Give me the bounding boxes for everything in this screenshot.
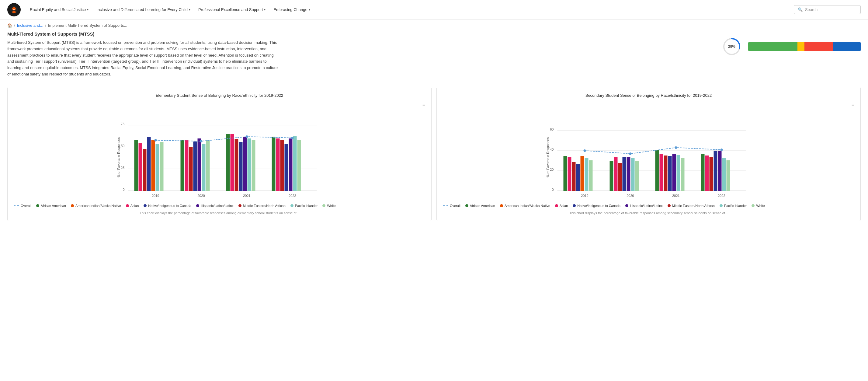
svg-rect-19 <box>134 140 138 191</box>
svg-rect-84 <box>673 154 676 191</box>
chevron-down-icon: ▾ <box>264 8 266 11</box>
svg-rect-46 <box>298 140 301 191</box>
svg-point-48 <box>200 140 203 142</box>
svg-rect-35 <box>235 139 239 191</box>
breadcrumb-home[interactable]: 🏠 <box>7 23 12 28</box>
legend-native-indigenous: Native/Indigenous to Canada <box>144 204 191 208</box>
svg-rect-34 <box>230 134 234 191</box>
svg-rect-74 <box>614 157 618 191</box>
chart2-title: Secondary Student Sense of Belonging by … <box>443 93 854 98</box>
nav-items: Racial Equity and Social Justice ▾ Inclu… <box>27 5 794 14</box>
legend-dot-icon <box>573 204 576 207</box>
svg-rect-91 <box>718 151 722 191</box>
legend-dot-icon <box>751 204 754 207</box>
legend-line-icon <box>443 205 448 206</box>
svg-rect-37 <box>243 137 247 191</box>
description-column: Multi-Tiered System of Supports (MTSS) M… <box>7 31 710 78</box>
svg-rect-70 <box>581 156 584 191</box>
svg-rect-32 <box>206 140 210 191</box>
breadcrumb-sep2: / <box>45 23 46 28</box>
svg-rect-67 <box>568 157 571 191</box>
legend-dot-icon <box>668 204 671 207</box>
breadcrumb-sep: / <box>14 23 15 28</box>
breadcrumb: 🏠 / Inclusive and... / Implement Multi-T… <box>0 20 868 31</box>
svg-rect-23 <box>151 140 155 191</box>
legend-dot-icon <box>36 204 39 207</box>
nav-item-racial-equity[interactable]: Racial Equity and Social Justice ▾ <box>27 5 92 14</box>
progress-bar <box>748 42 861 51</box>
legend-line-icon <box>14 205 19 206</box>
search-icon: 🔍 <box>798 7 803 12</box>
svg-rect-26 <box>181 140 184 191</box>
svg-rect-80 <box>655 150 659 191</box>
legend-dot-icon <box>720 204 723 207</box>
progress-column: 29% <box>723 31 861 56</box>
nav-item-professional[interactable]: Professional Excellence and Support ▾ <box>195 5 269 14</box>
progress-segment-red <box>804 42 833 51</box>
legend-asian: Asian <box>126 204 139 208</box>
navbar: Racial Equity and Social Justice ▾ Inclu… <box>0 0 868 20</box>
svg-text:0: 0 <box>123 188 124 192</box>
legend-overall: Overall <box>14 204 31 208</box>
chart-elementary: Elementary Student Sense of Belonging by… <box>7 87 432 221</box>
svg-rect-90 <box>714 151 717 191</box>
chevron-down-icon: ▾ <box>189 8 190 11</box>
svg-point-96 <box>675 146 677 149</box>
logo[interactable] <box>7 3 21 17</box>
svg-point-97 <box>720 148 723 151</box>
legend-asian: Asian <box>555 204 568 208</box>
svg-text:2022: 2022 <box>718 194 725 198</box>
nav-item-embracing[interactable]: Embracing Change ▾ <box>270 5 313 14</box>
chart2-menu[interactable]: ≡ <box>851 102 854 108</box>
svg-rect-38 <box>248 139 251 191</box>
search-box[interactable]: 🔍 Search <box>794 5 861 14</box>
chart1-menu[interactable]: ≡ <box>423 102 425 108</box>
svg-rect-71 <box>585 158 589 191</box>
svg-rect-31 <box>202 144 206 191</box>
page-description: Multi-tiered System of Support (MTSS) is… <box>7 39 281 78</box>
charts-row: Elementary Student Sense of Belonging by… <box>7 87 861 221</box>
chart1-note: This chart displays the percentage of fa… <box>14 211 425 215</box>
svg-rect-73 <box>610 161 614 191</box>
svg-rect-66 <box>564 156 567 191</box>
legend-dot-icon <box>144 204 147 207</box>
legend-dot-icon <box>465 204 468 207</box>
chart1-svg-wrap: 0 25 50 75 % of Favorable Responses <box>14 102 425 201</box>
nav-item-inclusive[interactable]: Inclusive and Differentiated Learning fo… <box>93 5 193 14</box>
legend-dot-icon <box>239 204 242 207</box>
svg-rect-68 <box>572 162 576 191</box>
svg-rect-44 <box>289 139 292 191</box>
svg-text:2021: 2021 <box>243 194 250 198</box>
progress-segment-blue <box>833 42 861 51</box>
legend-dot-icon <box>555 204 558 207</box>
content-row: Multi-Tiered System of Supports (MTSS) M… <box>7 31 861 78</box>
chevron-down-icon: ▾ <box>309 8 310 11</box>
breadcrumb-current: Implement Multi-Tiered System of Support… <box>48 23 127 28</box>
legend-white: White <box>322 204 336 208</box>
svg-rect-42 <box>280 140 284 191</box>
svg-rect-72 <box>589 160 593 191</box>
legend-white: White <box>751 204 765 208</box>
svg-rect-75 <box>618 163 622 191</box>
svg-point-94 <box>584 149 586 152</box>
legend-american-indian: American Indian/Alaska Native <box>71 204 121 208</box>
svg-rect-25 <box>160 142 164 191</box>
svg-rect-82 <box>664 155 668 191</box>
svg-point-95 <box>629 152 632 155</box>
svg-rect-79 <box>636 161 639 191</box>
svg-rect-83 <box>668 156 672 191</box>
svg-rect-28 <box>189 147 193 191</box>
breadcrumb-link[interactable]: Inclusive and... <box>17 23 43 28</box>
legend-dot-icon <box>500 204 503 207</box>
svg-rect-81 <box>660 154 663 191</box>
legend-middle-eastern: Middle Eastern/North African <box>668 204 715 208</box>
svg-rect-33 <box>226 134 230 191</box>
page-title: Multi-Tiered System of Supports (MTSS) <box>7 31 710 36</box>
legend-native-indigenous: Native/Indigenous to Canada <box>573 204 620 208</box>
svg-rect-41 <box>276 139 280 191</box>
svg-rect-77 <box>627 157 630 191</box>
chart1-title: Elementary Student Sense of Belonging by… <box>14 93 425 98</box>
svg-rect-40 <box>272 137 276 191</box>
svg-rect-20 <box>139 143 142 191</box>
svg-text:2020: 2020 <box>197 194 205 198</box>
